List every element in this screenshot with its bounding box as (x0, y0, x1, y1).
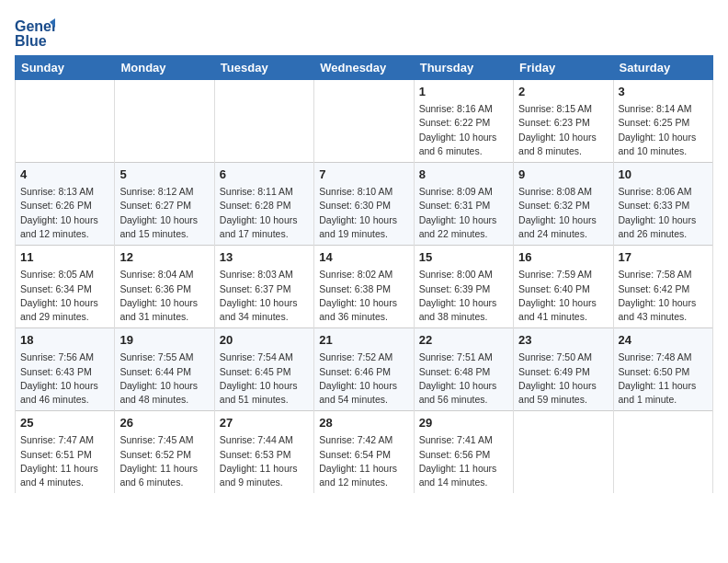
weekday-header: Wednesday (314, 56, 414, 80)
cell-content: Sunrise: 7:50 AM Sunset: 6:49 PM Dayligh… (518, 350, 608, 407)
weekday-header-row: SundayMondayTuesdayWednesdayThursdayFrid… (16, 56, 713, 80)
calendar-cell (314, 80, 414, 163)
cell-content: Sunrise: 8:16 AM Sunset: 6:22 PM Dayligh… (419, 102, 508, 158)
cell-content: Sunrise: 8:15 AM Sunset: 6:23 PM Dayligh… (518, 102, 608, 158)
weekday-header: Thursday (414, 56, 513, 80)
day-number: 26 (119, 415, 209, 431)
calendar-cell: 3Sunrise: 8:14 AM Sunset: 6:25 PM Daylig… (613, 80, 712, 163)
cell-content: Sunrise: 8:03 AM Sunset: 6:37 PM Dayligh… (220, 268, 309, 324)
calendar-cell (613, 411, 712, 494)
day-number: 13 (220, 249, 309, 266)
day-number: 25 (20, 415, 109, 431)
cell-content: Sunrise: 7:48 AM Sunset: 6:50 PM Dayligh… (619, 350, 708, 407)
day-number: 11 (20, 249, 109, 266)
day-number: 9 (518, 167, 608, 183)
calendar-cell: 23Sunrise: 7:50 AM Sunset: 6:49 PM Dayli… (514, 328, 613, 411)
day-number: 15 (419, 249, 508, 266)
calendar-cell: 19Sunrise: 7:55 AM Sunset: 6:44 PM Dayli… (115, 328, 214, 411)
day-number: 19 (119, 332, 209, 349)
calendar-cell: 26Sunrise: 7:45 AM Sunset: 6:52 PM Dayli… (115, 411, 214, 494)
calendar-row: 4Sunrise: 8:13 AM Sunset: 6:26 PM Daylig… (16, 163, 713, 246)
calendar-cell: 13Sunrise: 8:03 AM Sunset: 6:37 PM Dayli… (214, 246, 313, 328)
day-number: 6 (220, 167, 309, 183)
day-number: 14 (319, 249, 408, 266)
calendar-cell: 18Sunrise: 7:56 AM Sunset: 6:43 PM Dayli… (16, 328, 115, 411)
calendar-cell: 28Sunrise: 7:42 AM Sunset: 6:54 PM Dayli… (314, 411, 414, 494)
day-number: 29 (419, 415, 508, 431)
calendar-cell: 11Sunrise: 8:05 AM Sunset: 6:34 PM Dayli… (16, 246, 115, 328)
calendar-row: 18Sunrise: 7:56 AM Sunset: 6:43 PM Dayli… (16, 328, 713, 411)
header: General Blue (15, 15, 713, 48)
cell-content: Sunrise: 8:10 AM Sunset: 6:30 PM Dayligh… (319, 185, 408, 241)
cell-content: Sunrise: 8:02 AM Sunset: 6:38 PM Dayligh… (319, 268, 408, 324)
cell-content: Sunrise: 8:06 AM Sunset: 6:33 PM Dayligh… (619, 185, 708, 241)
logo-icon: General Blue (15, 15, 51, 48)
calendar-cell: 2Sunrise: 8:15 AM Sunset: 6:23 PM Daylig… (514, 80, 613, 163)
cell-content: Sunrise: 7:59 AM Sunset: 6:40 PM Dayligh… (518, 268, 608, 324)
calendar-cell: 12Sunrise: 8:04 AM Sunset: 6:36 PM Dayli… (115, 246, 214, 328)
cell-content: Sunrise: 7:54 AM Sunset: 6:45 PM Dayligh… (220, 350, 309, 407)
cell-content: Sunrise: 7:52 AM Sunset: 6:46 PM Dayligh… (319, 350, 408, 407)
day-number: 1 (419, 84, 508, 100)
day-number: 12 (119, 249, 209, 266)
day-number: 4 (20, 167, 109, 183)
weekday-header: Friday (514, 56, 613, 80)
cell-content: Sunrise: 8:12 AM Sunset: 6:27 PM Dayligh… (119, 185, 209, 241)
cell-content: Sunrise: 8:08 AM Sunset: 6:32 PM Dayligh… (518, 185, 608, 241)
weekday-header: Monday (115, 56, 214, 80)
calendar-cell: 14Sunrise: 8:02 AM Sunset: 6:38 PM Dayli… (314, 246, 414, 328)
calendar-cell: 21Sunrise: 7:52 AM Sunset: 6:46 PM Dayli… (314, 328, 414, 411)
cell-content: Sunrise: 8:14 AM Sunset: 6:25 PM Dayligh… (619, 102, 708, 158)
calendar-row: 1Sunrise: 8:16 AM Sunset: 6:22 PM Daylig… (16, 80, 713, 163)
calendar-cell (115, 80, 214, 163)
cell-content: Sunrise: 7:47 AM Sunset: 6:51 PM Dayligh… (20, 433, 109, 489)
day-number: 16 (518, 249, 608, 266)
calendar-cell: 16Sunrise: 7:59 AM Sunset: 6:40 PM Dayli… (514, 246, 613, 328)
calendar-cell: 5Sunrise: 8:12 AM Sunset: 6:27 PM Daylig… (115, 163, 214, 246)
day-number: 28 (319, 415, 408, 431)
calendar-cell: 1Sunrise: 8:16 AM Sunset: 6:22 PM Daylig… (414, 80, 513, 163)
cell-content: Sunrise: 7:44 AM Sunset: 6:53 PM Dayligh… (220, 433, 309, 489)
day-number: 2 (518, 84, 608, 100)
day-number: 3 (619, 84, 708, 100)
cell-content: Sunrise: 7:58 AM Sunset: 6:42 PM Dayligh… (619, 268, 708, 324)
day-number: 17 (619, 249, 708, 266)
calendar-cell: 27Sunrise: 7:44 AM Sunset: 6:53 PM Dayli… (214, 411, 313, 494)
calendar-cell: 24Sunrise: 7:48 AM Sunset: 6:50 PM Dayli… (613, 328, 712, 411)
day-number: 8 (419, 167, 508, 183)
calendar-table: SundayMondayTuesdayWednesdayThursdayFrid… (15, 55, 713, 493)
calendar-cell: 4Sunrise: 8:13 AM Sunset: 6:26 PM Daylig… (16, 163, 115, 246)
day-number: 22 (419, 332, 508, 349)
day-number: 10 (619, 167, 708, 183)
calendar-cell: 17Sunrise: 7:58 AM Sunset: 6:42 PM Dayli… (613, 246, 712, 328)
cell-content: Sunrise: 7:41 AM Sunset: 6:56 PM Dayligh… (419, 433, 508, 489)
calendar-cell: 22Sunrise: 7:51 AM Sunset: 6:48 PM Dayli… (414, 328, 513, 411)
calendar-cell: 29Sunrise: 7:41 AM Sunset: 6:56 PM Dayli… (414, 411, 513, 494)
day-number: 24 (619, 332, 708, 349)
weekday-header: Sunday (16, 56, 115, 80)
cell-content: Sunrise: 7:42 AM Sunset: 6:54 PM Dayligh… (319, 433, 408, 489)
svg-text:Blue: Blue (15, 33, 47, 49)
cell-content: Sunrise: 8:00 AM Sunset: 6:39 PM Dayligh… (419, 268, 508, 324)
day-number: 27 (220, 415, 309, 431)
calendar-cell: 8Sunrise: 8:09 AM Sunset: 6:31 PM Daylig… (414, 163, 513, 246)
cell-content: Sunrise: 8:13 AM Sunset: 6:26 PM Dayligh… (20, 185, 109, 241)
calendar-cell: 20Sunrise: 7:54 AM Sunset: 6:45 PM Dayli… (214, 328, 313, 411)
day-number: 20 (220, 332, 309, 349)
calendar-cell (16, 80, 115, 163)
day-number: 21 (319, 332, 408, 349)
cell-content: Sunrise: 7:55 AM Sunset: 6:44 PM Dayligh… (119, 350, 209, 407)
calendar-row: 25Sunrise: 7:47 AM Sunset: 6:51 PM Dayli… (16, 411, 713, 494)
cell-content: Sunrise: 7:51 AM Sunset: 6:48 PM Dayligh… (419, 350, 508, 407)
calendar-cell: 6Sunrise: 8:11 AM Sunset: 6:28 PM Daylig… (214, 163, 313, 246)
calendar-cell: 25Sunrise: 7:47 AM Sunset: 6:51 PM Dayli… (16, 411, 115, 494)
calendar-cell (514, 411, 613, 494)
cell-content: Sunrise: 8:09 AM Sunset: 6:31 PM Dayligh… (419, 185, 508, 241)
weekday-header: Saturday (613, 56, 712, 80)
cell-content: Sunrise: 7:56 AM Sunset: 6:43 PM Dayligh… (20, 350, 109, 407)
cell-content: Sunrise: 8:04 AM Sunset: 6:36 PM Dayligh… (119, 268, 209, 324)
calendar-cell (214, 80, 313, 163)
day-number: 23 (518, 332, 608, 349)
cell-content: Sunrise: 7:45 AM Sunset: 6:52 PM Dayligh… (119, 433, 209, 489)
day-number: 7 (319, 167, 408, 183)
